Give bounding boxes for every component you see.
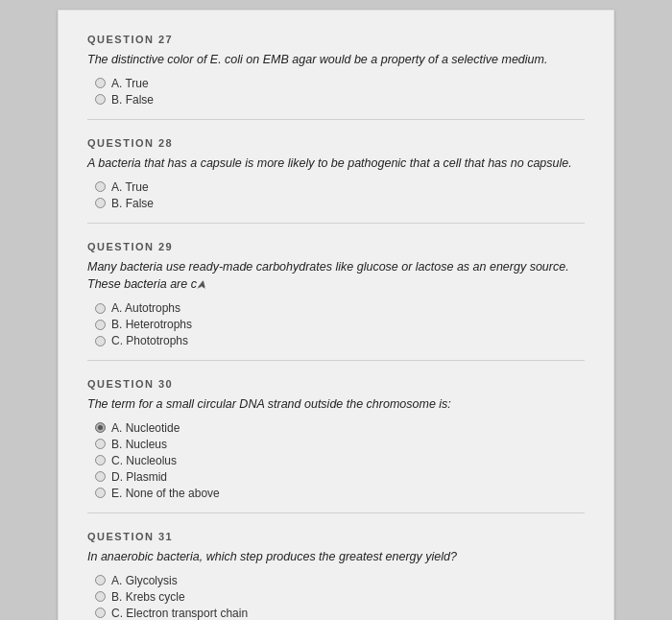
question-block-q27: QUESTION 27The distinctive color of E. c… [87, 20, 585, 120]
option-label: B. False [111, 93, 154, 107]
option-item[interactable]: A. True [95, 77, 585, 90]
option-item[interactable]: B. Nucleus [95, 438, 585, 451]
question-text-q29: Many bacteria use ready-made carbohydrat… [87, 258, 585, 295]
question-block-q29: QUESTION 29Many bacteria use ready-made … [87, 227, 585, 362]
question-text-q28: A bacteria that has a capsule is more li… [87, 155, 585, 173]
option-item[interactable]: B. False [95, 197, 585, 210]
option-label: E. None of the above [111, 487, 220, 500]
radio-button[interactable] [95, 455, 106, 465]
question-text-q30: The term for a small circular DNA strand… [87, 395, 585, 414]
option-item[interactable]: C. Nucleolus [95, 454, 585, 467]
option-label: A. Glycolysis [111, 574, 178, 587]
question-number-q27: QUESTION 27 [87, 34, 585, 45]
radio-button[interactable] [95, 575, 106, 585]
radio-button[interactable] [95, 94, 106, 105]
radio-button[interactable] [95, 608, 106, 618]
options-q31: A. GlycolysisB. Krebs cycleC. Electron t… [87, 574, 585, 621]
options-q29: A. AutotrophsB. HeterotrophsC. Phototrop… [87, 301, 585, 347]
radio-button[interactable] [95, 488, 106, 498]
option-label: C. Phototrophs [111, 334, 188, 347]
option-item[interactable]: D. Plasmid [95, 470, 585, 484]
question-block-q30: QUESTION 30The term for a small circular… [87, 365, 585, 513]
option-item[interactable]: C. Phototrophs [95, 334, 585, 347]
option-item[interactable]: A. Nucleotide [95, 421, 585, 435]
option-item[interactable]: C. Electron transport chain [95, 607, 585, 620]
cursor-icon: ⮝ [197, 279, 206, 290]
question-text-q27: The distinctive color of E. coli on EMB … [87, 51, 585, 69]
radio-button[interactable] [95, 439, 106, 449]
radio-button[interactable] [95, 181, 106, 192]
question-number-q28: QUESTION 28 [87, 137, 585, 149]
question-block-q28: QUESTION 28A bacteria that has a capsule… [87, 124, 585, 224]
option-item[interactable]: B. False [95, 93, 585, 107]
option-label: B. Krebs cycle [111, 590, 185, 604]
option-item[interactable]: A. True [95, 180, 585, 194]
question-text-q31: In anaerobic bacteria, which step produc… [87, 548, 585, 566]
radio-button[interactable] [95, 303, 106, 314]
options-q27: A. TrueB. False [87, 77, 585, 107]
radio-button[interactable] [95, 320, 106, 330]
radio-button[interactable] [95, 198, 106, 208]
radio-button[interactable] [95, 422, 106, 433]
option-label: A. Nucleotide [111, 421, 180, 435]
question-block-q31: QUESTION 31In anaerobic bacteria, which … [87, 517, 585, 620]
radio-button[interactable] [95, 78, 106, 88]
option-label: B. Heterotrophs [111, 318, 192, 331]
option-label: A. True [111, 180, 149, 194]
radio-button[interactable] [95, 336, 106, 346]
question-number-q30: QUESTION 30 [87, 378, 585, 390]
question-number-q29: QUESTION 29 [87, 241, 585, 252]
options-q28: A. TrueB. False [87, 180, 585, 210]
option-label: C. Nucleolus [111, 454, 177, 467]
option-label: B. Nucleus [111, 438, 167, 451]
options-q30: A. NucleotideB. NucleusC. NucleolusD. Pl… [87, 421, 585, 500]
option-item[interactable]: A. Glycolysis [95, 574, 585, 587]
option-item[interactable]: A. Autotrophs [95, 301, 585, 315]
option-item[interactable]: B. Heterotrophs [95, 318, 585, 331]
option-item[interactable]: B. Krebs cycle [95, 590, 585, 604]
page-wrapper: QUESTION 27The distinctive color of E. c… [0, 0, 672, 620]
radio-button[interactable] [95, 591, 106, 602]
option-label: A. Autotrophs [111, 301, 180, 315]
option-label: D. Plasmid [111, 470, 167, 484]
option-label: A. True [111, 77, 149, 90]
option-label: C. Electron transport chain [111, 607, 248, 620]
content-area: QUESTION 27The distinctive color of E. c… [58, 10, 614, 620]
option-label: B. False [111, 197, 154, 210]
radio-button[interactable] [95, 471, 106, 482]
question-number-q31: QUESTION 31 [87, 531, 585, 542]
option-item[interactable]: E. None of the above [95, 487, 585, 500]
